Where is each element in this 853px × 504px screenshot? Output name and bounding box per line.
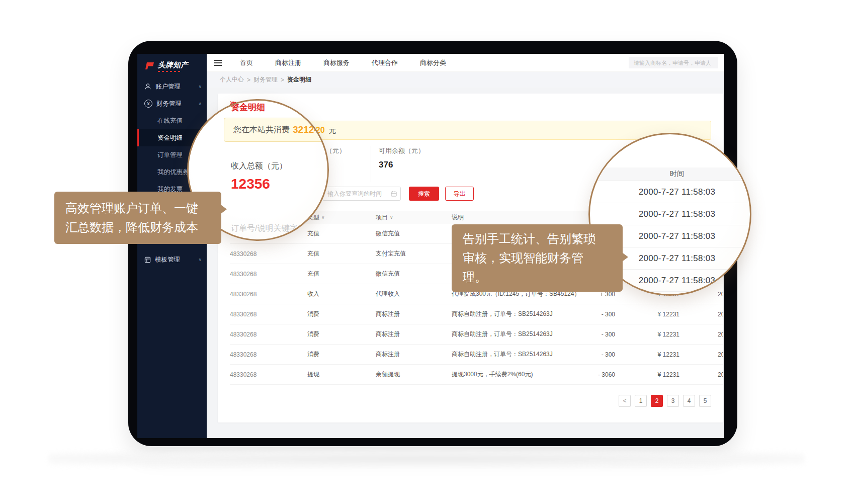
cell-amount: - 300 (582, 311, 615, 318)
magnified-income-value: 12356 (231, 176, 270, 192)
page-button-1[interactable]: 1 (635, 395, 647, 407)
magnified-page-title: 资金明细 (231, 102, 265, 113)
nav-item-home[interactable]: 首页 (240, 58, 253, 67)
magnified-time-cell: 2000-7-27 11:58:03 (590, 203, 750, 225)
trademark-search-input[interactable] (629, 57, 718, 68)
date-input[interactable] (322, 187, 401, 201)
cell-time: 2000-7-27 11:58:03 (679, 371, 723, 378)
page-title: 资金明细 (230, 101, 711, 110)
cell-desc: 提现3000元，手续费2%(60元) (452, 370, 582, 379)
calendar-icon (391, 191, 397, 197)
cell-time: 2000-7-27 11:58:03 (679, 311, 723, 318)
cell-order: 48330268 (230, 250, 307, 258)
cell-balance: ¥ 12231 (615, 311, 679, 318)
callout-text: 汇总数据，降低财务成本 (65, 218, 210, 237)
sidebar-item-finance[interactable]: 财务管理 ∧ (137, 95, 207, 112)
laptop-base-shadow (48, 451, 805, 466)
breadcrumb-current: 资金明细 (287, 75, 311, 84)
nav-item-trademark-services[interactable]: 商标服务 (323, 58, 350, 67)
cell-balance: ¥ 12231 (615, 371, 679, 378)
cell-project: 代理收入 (376, 290, 452, 298)
callout-text: 高效管理账户订单、一键 (65, 199, 210, 218)
cell-type: 消费 (307, 350, 376, 359)
chevron-up-icon: ∧ (198, 101, 202, 106)
nav-item-agency[interactable]: 代理合作 (372, 58, 398, 67)
sort-caret-icon (390, 215, 393, 220)
sidebar-item-online-recharge[interactable]: 在线充值 (137, 112, 207, 129)
cell-project: 微信充值 (376, 229, 452, 238)
col-header-project[interactable]: 项目 (376, 213, 452, 222)
sidebar-item-label: 账户管理 (155, 82, 181, 91)
cell-type: 充值 (307, 270, 376, 278)
magnified-income-label: 收入总额（元） (231, 161, 287, 172)
col-header-type[interactable]: 类型 (307, 213, 376, 222)
cell-order: 48330268 (230, 311, 307, 318)
cell-balance: ¥ 12231 (615, 331, 679, 338)
search-button[interactable]: 搜索 (409, 187, 439, 201)
sidebar-item-label: 资金明细 (157, 134, 183, 142)
chevron-down-icon: ∨ (198, 84, 202, 89)
table-row: 48330268 消费 商标注册 商标自助注册，订单号：SB2514263J -… (230, 304, 723, 324)
sidebar-item-label: 我的优惠券 (157, 168, 189, 177)
nav-item-trademark-classes[interactable]: 商标分类 (420, 58, 446, 67)
table-row: 48330268 提现 余额提现 提现3000元，手续费2%(60元) - 30… (230, 365, 723, 385)
sidebar-item-label: 模板管理 (155, 256, 180, 264)
cell-project: 商标注册 (376, 350, 452, 359)
cell-order: 48330268 (230, 331, 307, 338)
breadcrumb-separator: > (281, 76, 284, 83)
template-icon (144, 257, 151, 263)
chevron-down-icon: ∨ (198, 257, 202, 262)
cell-type: 充值 (307, 229, 376, 238)
magnified-time-cell: 2000-7-27 11:58:03 (590, 181, 750, 203)
sort-caret-icon (321, 215, 325, 220)
callout-arrow-icon (221, 205, 227, 214)
cell-type: 收入 (307, 290, 376, 298)
cell-balance: ¥ 12231 (615, 351, 679, 358)
prev-page-button[interactable]: < (619, 395, 631, 407)
cell-desc: 商标自助注册，订单号：SB2514263J (452, 310, 582, 318)
magnified-banner-prefix: 您在本站共消费 (233, 125, 290, 135)
callout-left: 高效管理账户订单、一键 汇总数据，降低财务成本 (54, 192, 221, 244)
callout-text: 审核，实现智能财务管 (463, 248, 612, 268)
cell-project: 余额提现 (376, 370, 452, 379)
brand-name: 头牌知产 (158, 60, 188, 70)
sidebar-item-label: 财务管理 (156, 100, 182, 108)
nav-item-trademark-register[interactable]: 商标注册 (275, 58, 301, 67)
col-header-label: 项目 (376, 213, 388, 222)
page-button-4[interactable]: 4 (683, 395, 695, 407)
cell-order: 48330268 (230, 291, 307, 298)
sidebar-item-account[interactable]: 账户管理 ∨ (137, 78, 207, 95)
cell-type: 消费 (307, 330, 376, 339)
table-row: 48330268 消费 商标注册 商标自助注册，订单号：SB2514263J -… (230, 345, 723, 365)
menu-icon[interactable] (207, 60, 229, 66)
callout-arrow-icon (622, 253, 628, 262)
magnified-keyword-placeholder: 订单号/说明关键字 (231, 223, 297, 234)
brand-text-block: 头牌知产 (158, 60, 188, 72)
cell-project: 支付宝充值 (376, 249, 452, 258)
cell-time: 2000-7-27 11:58:03 (679, 351, 723, 358)
callout-text: 理。 (463, 268, 612, 287)
cell-project: 微信充值 (376, 270, 452, 278)
breadcrumb-separator: > (247, 76, 250, 83)
export-button[interactable]: 导出 (445, 187, 474, 201)
breadcrumb-item[interactable]: 财务管理 (253, 75, 278, 84)
cell-order: 48330268 (230, 351, 307, 358)
breadcrumb-item[interactable]: 个人中心 (220, 75, 244, 84)
cell-type: 消费 (307, 310, 376, 318)
sidebar-item-templates[interactable]: 模板管理 ∨ (137, 251, 207, 268)
page-button-3[interactable]: 3 (667, 395, 679, 407)
top-nav-menu: 首页 商标注册 商标服务 代理合作 商标分类 (240, 58, 446, 67)
cell-project: 商标注册 (376, 310, 452, 318)
cell-type: 提现 (307, 370, 376, 379)
page-button-5[interactable]: 5 (699, 395, 711, 407)
page-button-2[interactable]: 2 (651, 395, 663, 407)
cell-desc: 商标自助注册，订单号：SB2514263J (452, 330, 582, 339)
user-icon (144, 83, 151, 90)
sidebar-item-label: 在线充值 (157, 117, 183, 125)
sidebar-item-label: 订单管理 (157, 151, 183, 159)
date-input-wrap (322, 187, 401, 201)
sidebar: 头牌知产 账户管理 ∨ 财务管理 ∧ (137, 54, 207, 438)
callout-right: 告别手工统计、告别繁琐 审核，实现智能财务管 理。 (452, 224, 623, 292)
cell-type: 充值 (307, 249, 376, 258)
magnified-time-header: 时间 (590, 167, 750, 181)
